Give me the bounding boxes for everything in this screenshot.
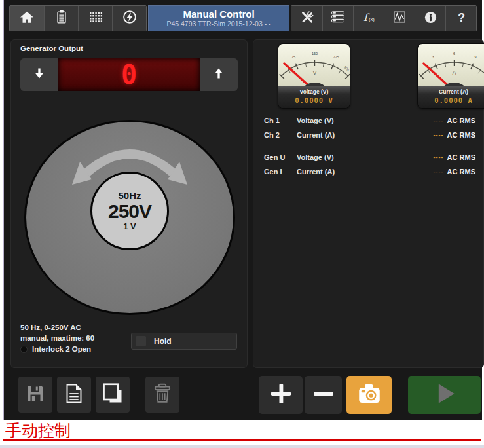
hold-checkbox[interactable] bbox=[136, 336, 146, 346]
help-icon: ? bbox=[453, 9, 470, 28]
info-icon bbox=[422, 9, 439, 29]
mode-text: manual, maxtime: 60 bbox=[20, 333, 94, 343]
help-button[interactable]: ? bbox=[445, 6, 476, 31]
knob-voltage: 250V bbox=[108, 201, 151, 221]
formula-button[interactable]: f(x) bbox=[353, 6, 384, 31]
decrease-button[interactable] bbox=[20, 58, 58, 91]
report-button[interactable] bbox=[44, 6, 78, 31]
checklist-icon bbox=[53, 9, 70, 28]
rotary-dial[interactable]: 50Hz 250V 1 V bbox=[24, 120, 235, 315]
home-button[interactable] bbox=[10, 6, 44, 31]
current-meter-face: 3 6 9 12 A bbox=[418, 44, 484, 86]
tick-label: 75 bbox=[291, 55, 295, 59]
dial-knob[interactable]: 50Hz 250V 1 V bbox=[90, 172, 169, 250]
arrow-down-icon bbox=[33, 67, 46, 83]
channel-unit: AC RMS bbox=[447, 168, 475, 176]
interlock-row: Interlock 2 Open bbox=[20, 344, 94, 354]
output-value: 0 bbox=[121, 60, 137, 90]
range-text: 50 Hz, 0-250V AC bbox=[20, 322, 94, 333]
top-toolbar: Manual Control P45 4793 TTR-Sim 2015-12-… bbox=[9, 5, 477, 31]
channel-value: ---- bbox=[434, 117, 444, 124]
channel-unit: AC RMS bbox=[447, 153, 475, 161]
tools-icon bbox=[299, 9, 316, 28]
channel-name: Current (A) bbox=[297, 168, 434, 176]
svg-text:(x): (x) bbox=[369, 16, 375, 22]
increase-button[interactable] bbox=[200, 58, 238, 91]
knob-frequency: 50Hz bbox=[118, 190, 141, 201]
waveform-icon bbox=[391, 9, 408, 28]
tick-label: 150 bbox=[312, 52, 318, 56]
play-icon bbox=[430, 379, 459, 411]
minus-icon bbox=[310, 381, 337, 409]
toolbar-left-group bbox=[9, 5, 147, 31]
save-button[interactable] bbox=[18, 377, 52, 413]
channel-id: Ch 2 bbox=[264, 131, 297, 139]
hold-button[interactable]: Hold bbox=[131, 333, 237, 350]
camera-icon bbox=[356, 380, 383, 410]
channel-value: ---- bbox=[434, 154, 444, 160]
measurement-panel: 75 150 225 300 V Voltage (V) 0.0000 V bbox=[253, 39, 484, 368]
knob-step: 1 V bbox=[123, 221, 136, 232]
channel-row: Ch 1 Voltage (V) ---- AC RMS bbox=[264, 115, 475, 125]
channel-id: Gen U bbox=[264, 153, 297, 161]
decrement-button[interactable] bbox=[305, 376, 342, 414]
interlock-label: Interlock 2 Open bbox=[32, 344, 91, 354]
meter-unit-letter: V bbox=[312, 69, 316, 76]
generator-heading: Generator Output bbox=[20, 45, 83, 52]
home-icon bbox=[18, 9, 35, 28]
settings-button[interactable] bbox=[291, 6, 322, 31]
channel-row: Ch 2 Current (A) ---- AC RMS bbox=[264, 130, 475, 140]
trash-icon bbox=[151, 382, 174, 408]
start-button[interactable] bbox=[408, 376, 481, 414]
voltage-meter: 75 150 225 300 V Voltage (V) 0.0000 V bbox=[278, 43, 350, 109]
meter-reading: 0.0000 V bbox=[278, 95, 350, 104]
tick-label: 6 bbox=[453, 52, 455, 56]
voltage-meter-face: 75 150 225 300 V bbox=[278, 44, 350, 86]
new-document-button[interactable] bbox=[57, 377, 91, 413]
current-meter-band: Current (A) 0.0000 A bbox=[418, 86, 484, 109]
generator-panel: Generator Output 0 bbox=[10, 39, 248, 368]
output-value-display: 0 bbox=[58, 58, 200, 91]
channel-unit: AC RMS bbox=[447, 117, 475, 124]
meter-reading: 0.0000 A bbox=[418, 95, 484, 104]
page-subtitle: P45 4793 TTR-Sim 2015-12-03 - - bbox=[166, 20, 270, 28]
channel-id: Gen I bbox=[264, 168, 297, 176]
voltage-meter-band: Voltage (V) 0.0000 V bbox=[278, 86, 350, 109]
channel-row: Gen U Voltage (V) ---- AC RMS bbox=[264, 152, 475, 162]
meter-needle bbox=[284, 64, 315, 86]
power-button[interactable] bbox=[112, 6, 146, 31]
device-list-icon bbox=[329, 9, 346, 28]
output-display-row: 0 bbox=[20, 58, 238, 91]
copy-button[interactable] bbox=[96, 377, 130, 413]
current-meter: 3 6 9 12 A Current (A) 0.0000 A bbox=[417, 43, 484, 109]
channel-row: Gen I Current (A) ---- AC RMS bbox=[264, 166, 475, 176]
waveform-button[interactable] bbox=[384, 6, 415, 31]
meter-needle bbox=[424, 64, 455, 86]
delete-button[interactable] bbox=[145, 377, 179, 413]
channel-name: Voltage (V) bbox=[297, 117, 434, 124]
hold-label: Hold bbox=[154, 337, 172, 346]
save-icon bbox=[24, 382, 47, 408]
channel-id: Ch 1 bbox=[264, 117, 297, 124]
increment-button[interactable] bbox=[259, 376, 303, 414]
grid-icon bbox=[87, 9, 104, 28]
channel-value: ---- bbox=[434, 132, 444, 138]
meter-unit-letter: A bbox=[452, 69, 456, 76]
toolbar-right-group: f(x) ? bbox=[291, 5, 477, 31]
channel-value: ---- bbox=[434, 168, 444, 175]
device-list-button[interactable] bbox=[322, 6, 353, 31]
caption-title: 手动控制 bbox=[5, 420, 71, 441]
channel-unit: AC RMS bbox=[447, 131, 475, 139]
svg-text:?: ? bbox=[458, 11, 465, 24]
snapshot-button[interactable] bbox=[346, 376, 392, 414]
generator-info: 50 Hz, 0-250V AC manual, maxtime: 60 Int… bbox=[20, 322, 94, 354]
app-window: Manual Control P45 4793 TTR-Sim 2015-12-… bbox=[3, 0, 482, 420]
tick-label: 3 bbox=[432, 55, 434, 59]
arrow-up-icon bbox=[212, 67, 225, 83]
info-button[interactable] bbox=[415, 6, 445, 31]
title-block: Manual Control P45 4793 TTR-Sim 2015-12-… bbox=[148, 5, 289, 31]
matrix-button[interactable] bbox=[78, 6, 112, 31]
page-title: Manual Control bbox=[183, 9, 254, 20]
interlock-indicator bbox=[20, 346, 28, 353]
document-icon bbox=[62, 382, 86, 408]
